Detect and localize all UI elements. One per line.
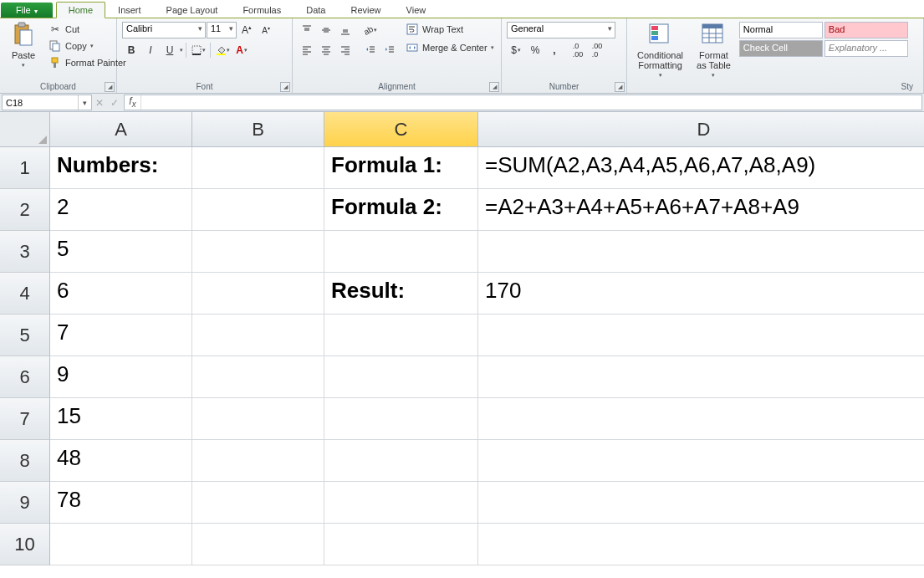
bold-button[interactable]: B [122,42,140,59]
name-box[interactable]: C18 ▾ [2,95,92,110]
cell-D8[interactable] [478,440,924,482]
cell-B9[interactable] [192,482,324,524]
row-header-9[interactable]: 9 [0,482,50,524]
cell-A6[interactable]: 9 [50,356,192,398]
cell-B6[interactable] [192,356,324,398]
cell-B5[interactable] [192,315,324,356]
cell-C10[interactable] [324,524,478,565]
font-size-combo[interactable]: 11 [207,22,237,38]
cell-C3[interactable] [324,231,478,273]
cell-C7[interactable] [324,398,478,440]
paste-button[interactable]: Paste ▾ [5,20,42,70]
cell-A3[interactable]: 5 [50,231,192,273]
cell-C8[interactable] [324,440,478,482]
cell-A1[interactable]: Numbers: [50,147,192,189]
format-as-table-button[interactable]: Format as Table ▾ [692,20,736,80]
cell-D2[interactable]: =A2+A3+A4+A5+A6+A7+A8+A9 [478,189,924,231]
formula-cancel-button[interactable]: ✕ [92,94,107,111]
percent-button[interactable]: % [526,42,544,59]
align-bottom-button[interactable] [336,22,355,38]
formula-enter-button[interactable]: ✓ [107,94,122,111]
wrap-text-button[interactable]: Wrap Text [402,22,498,37]
row-header-3[interactable]: 3 [0,231,50,273]
cell-B3[interactable] [192,231,324,273]
increase-decimal-button[interactable]: .0.00 [569,42,587,59]
cell-D1[interactable]: =SUM(A2,A3,A4,A5,A6,A7,A8,A9) [478,147,924,189]
cell-D6[interactable] [478,356,924,398]
tab-insert[interactable]: Insert [105,2,154,18]
style-normal[interactable]: Normal [739,22,823,38]
accounting-button[interactable]: $ [507,42,525,59]
align-right-button[interactable] [336,42,355,59]
cell-C4[interactable]: Result: [324,273,478,315]
tab-review[interactable]: Review [338,2,393,18]
row-header-7[interactable]: 7 [0,398,50,440]
tab-view[interactable]: View [394,2,439,18]
align-left-button[interactable] [298,42,316,59]
cell-D7[interactable] [478,398,924,440]
cell-C6[interactable] [324,356,478,398]
cell-B1[interactable] [192,147,324,189]
tab-data[interactable]: Data [294,2,338,18]
formula-input[interactable] [141,95,921,110]
column-header-D[interactable]: D [478,112,924,147]
column-header-C[interactable]: C [324,112,478,147]
cell-A5[interactable]: 7 [50,315,192,356]
style-bad[interactable]: Bad [824,22,908,38]
decrease-font-button[interactable]: A▾ [257,22,275,38]
row-header-8[interactable]: 8 [0,440,50,482]
border-button[interactable] [189,42,207,59]
cell-A4[interactable]: 6 [50,273,192,315]
clipboard-dialog-launcher[interactable]: ◢ [105,82,115,92]
decrease-decimal-button[interactable]: .00.0 [588,42,606,59]
tab-file[interactable]: File [1,3,53,18]
row-header-10[interactable]: 10 [0,524,50,565]
conditional-formatting-button[interactable]: Conditional Formatting ▾ [632,20,688,80]
cell-A9[interactable]: 78 [50,482,192,524]
decrease-indent-button[interactable] [361,42,380,59]
cell-D10[interactable] [478,524,924,565]
orientation-button[interactable]: ab [361,22,380,38]
align-top-button[interactable] [298,22,316,38]
font-color-button[interactable]: A [232,42,251,59]
cell-A2[interactable]: 2 [50,189,192,231]
cell-C2[interactable]: Formula 2: [324,189,478,231]
row-header-2[interactable]: 2 [0,189,50,231]
select-all-corner[interactable] [0,112,50,147]
row-header-4[interactable]: 4 [0,273,50,315]
cell-D4[interactable]: 170 [478,273,924,315]
number-dialog-launcher[interactable]: ◢ [615,82,625,92]
tab-page-layout[interactable]: Page Layout [154,2,231,18]
merge-center-button[interactable]: Merge & Center ▾ [402,40,498,55]
cell-A7[interactable]: 15 [50,398,192,440]
font-name-combo[interactable]: Calibri [122,22,206,38]
italic-button[interactable]: I [141,42,160,59]
cell-B4[interactable] [192,273,324,315]
comma-button[interactable]: , [545,42,564,59]
align-center-button[interactable] [317,42,335,59]
cell-C1[interactable]: Formula 1: [324,147,478,189]
increase-font-button[interactable]: A▴ [237,22,256,38]
fill-color-button[interactable] [213,42,232,59]
row-header-5[interactable]: 5 [0,315,50,356]
cell-A10[interactable] [50,524,192,565]
increase-indent-button[interactable] [380,42,399,59]
insert-function-button[interactable]: fx [125,95,141,110]
tab-formulas[interactable]: Formulas [230,2,294,18]
cell-D3[interactable] [478,231,924,273]
align-middle-button[interactable] [317,22,335,38]
cell-B8[interactable] [192,440,324,482]
cell-B2[interactable] [192,189,324,231]
font-dialog-launcher[interactable]: ◢ [280,82,290,92]
cell-D5[interactable] [478,315,924,356]
row-header-6[interactable]: 6 [0,356,50,398]
cell-A8[interactable]: 48 [50,440,192,482]
cell-C9[interactable] [324,482,478,524]
cell-C5[interactable] [324,315,478,356]
cell-B10[interactable] [192,524,324,565]
style-explanatory[interactable]: Explanatory ... [824,40,908,57]
cell-B7[interactable] [192,398,324,440]
row-header-1[interactable]: 1 [0,147,50,189]
number-format-combo[interactable]: General [507,22,615,38]
column-header-A[interactable]: A [50,112,192,147]
